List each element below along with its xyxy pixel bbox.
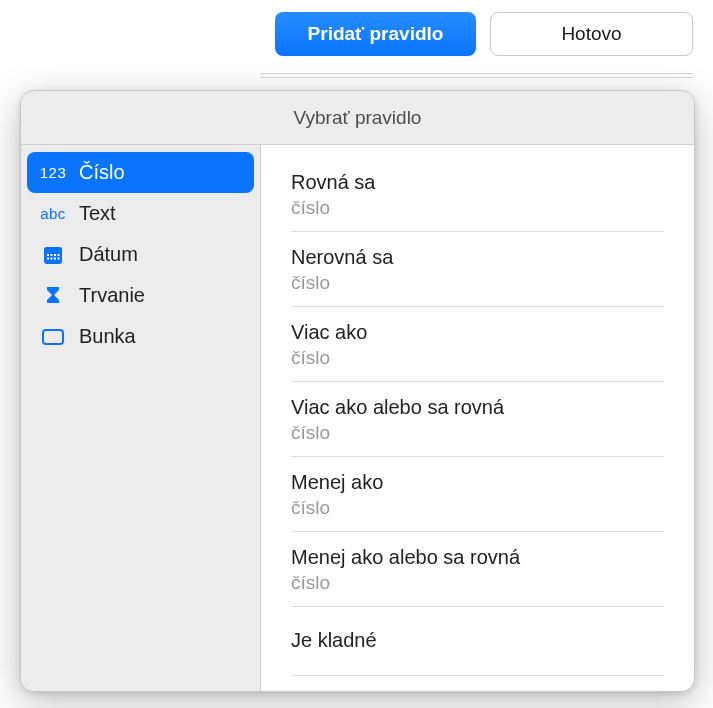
rule-title: Menej ako [291, 471, 664, 494]
rule-subtitle: číslo [291, 347, 664, 369]
sidebar-item-label: Číslo [79, 161, 125, 184]
sidebar-item-date[interactable]: Dátum [27, 234, 254, 275]
sidebar-item-label: Bunka [79, 325, 136, 348]
sidebar-item-label: Trvanie [79, 284, 145, 307]
svg-rect-11 [43, 330, 63, 344]
sidebar-item-number[interactable]: 123 Číslo [27, 152, 254, 193]
calendar-icon [41, 244, 65, 266]
svg-rect-3 [47, 254, 49, 256]
rule-subtitle: číslo [291, 572, 664, 594]
done-label: Hotovo [561, 23, 621, 45]
text-icon: abc [41, 205, 65, 222]
svg-rect-9 [54, 257, 56, 259]
rule-option-greater-equal[interactable]: Viac ako alebo sa rovná číslo [291, 382, 664, 457]
svg-rect-10 [58, 257, 60, 259]
choose-rule-popover: Vybrať pravidlo 123 Číslo abc Text [20, 90, 695, 692]
rule-option-is-positive[interactable]: Je kladné [291, 607, 664, 676]
svg-rect-8 [51, 257, 53, 259]
toolbar: Pridať pravidlo Hotovo [275, 12, 693, 56]
rule-title: Nerovná sa [291, 246, 664, 269]
sidebar-item-label: Text [79, 202, 116, 225]
rule-title: Viac ako alebo sa rovná [291, 396, 664, 419]
rule-option-less-equal[interactable]: Menej ako alebo sa rovná číslo [291, 532, 664, 607]
rule-subtitle: číslo [291, 497, 664, 519]
svg-rect-6 [58, 254, 60, 256]
toolbar-divider [260, 73, 693, 74]
done-button[interactable]: Hotovo [490, 12, 693, 56]
svg-rect-7 [47, 257, 49, 259]
number-icon: 123 [41, 164, 65, 181]
sidebar-item-duration[interactable]: Trvanie [27, 275, 254, 316]
rule-option-greater-than[interactable]: Viac ako číslo [291, 307, 664, 382]
rule-option-equals[interactable]: Rovná sa číslo [291, 157, 664, 232]
rule-title: Viac ako [291, 321, 664, 344]
rule-subtitle: číslo [291, 197, 664, 219]
rule-type-sidebar: 123 Číslo abc Text [21, 145, 261, 691]
sidebar-item-label: Dátum [79, 243, 138, 266]
rules-list: Rovná sa číslo Nerovná sa číslo Viac ako… [261, 145, 694, 691]
add-rule-button[interactable]: Pridať pravidlo [275, 12, 476, 56]
toolbar-divider [260, 77, 693, 78]
rule-subtitle: číslo [291, 272, 664, 294]
rule-subtitle: číslo [291, 422, 664, 444]
rule-title: Rovná sa [291, 171, 664, 194]
add-rule-label: Pridať pravidlo [308, 23, 444, 45]
popover-title: Vybrať pravidlo [294, 107, 422, 129]
svg-rect-1 [44, 247, 62, 252]
sidebar-item-cell[interactable]: Bunka [27, 316, 254, 357]
rule-title: Menej ako alebo sa rovná [291, 546, 664, 569]
hourglass-icon [41, 285, 65, 307]
cell-icon [41, 327, 65, 347]
popover-body: 123 Číslo abc Text [21, 145, 694, 691]
rule-title: Je kladné [291, 629, 664, 652]
sidebar-item-text[interactable]: abc Text [27, 193, 254, 234]
popover-header: Vybrať pravidlo [21, 91, 694, 145]
rule-option-not-equals[interactable]: Nerovná sa číslo [291, 232, 664, 307]
svg-rect-4 [51, 254, 53, 256]
rule-option-less-than[interactable]: Menej ako číslo [291, 457, 664, 532]
svg-rect-5 [54, 254, 56, 256]
